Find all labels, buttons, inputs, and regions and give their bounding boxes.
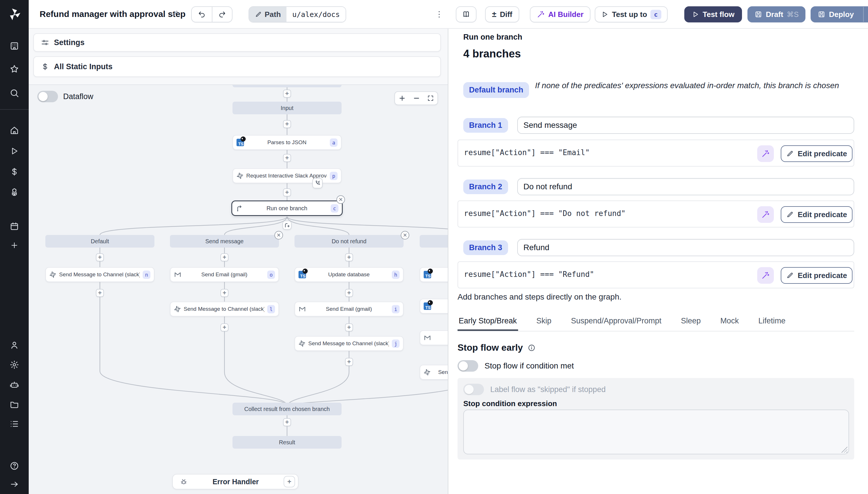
remove-branch-button[interactable]: ✕ (274, 231, 283, 240)
add-step-connector[interactable]: + (345, 358, 353, 366)
edit-title-pencil-icon[interactable] (171, 10, 179, 17)
step-node-parses-to-json[interactable]: TS Parses to JSON a (233, 135, 341, 150)
add-step-connector[interactable]: + (283, 154, 291, 162)
add-step-connector[interactable]: + (220, 323, 229, 331)
label-skipped-toggle[interactable] (463, 384, 484, 395)
stop-condition-expression-textarea[interactable] (463, 410, 849, 454)
sidebar-home-icon[interactable] (0, 121, 29, 140)
branch-3-name-input[interactable] (517, 239, 854, 256)
sidebar-folders-icon[interactable] (0, 395, 29, 414)
zoom-in-button[interactable] (398, 95, 406, 102)
stop-flow-toggle[interactable] (457, 360, 478, 372)
add-step-connector[interactable]: + (220, 253, 229, 261)
tab-sleep[interactable]: Sleep (680, 313, 702, 331)
sidebar-expand-arrow-icon[interactable] (0, 474, 29, 494)
all-static-inputs-row[interactable]: All Static Inputs (33, 56, 441, 77)
deploy-button[interactable]: Deploy (811, 6, 868, 22)
collect-result-node[interactable]: Collect result from chosen branch (233, 403, 341, 415)
sidebar-workers-robot-icon[interactable] (0, 375, 29, 395)
sidebar-help-icon[interactable] (0, 456, 29, 476)
add-step-connector[interactable]: + (96, 289, 104, 297)
add-step-connector[interactable]: + (345, 323, 353, 331)
step-node-clipped-ts-2[interactable]: TS (420, 299, 448, 314)
test-up-to-button[interactable]: Test up to c (595, 6, 668, 22)
step-node-clipped-gmail[interactable] (420, 330, 448, 345)
step-node-send-email[interactable]: Send Email (gmail) o (170, 267, 279, 282)
sidebar-user-icon[interactable] (0, 336, 29, 355)
remove-branch-button[interactable]: ✕ (401, 231, 409, 240)
edit-predicate-button[interactable]: Edit predicate (781, 145, 852, 162)
step-node-clipped-slack[interactable]: Send Message to Channel (slack) (420, 365, 448, 380)
step-node-slack-default[interactable]: Send Message to Channel (slack) n (45, 267, 154, 282)
branch-header-send-message[interactable]: Send message (170, 235, 279, 248)
add-step-connector[interactable]: + (283, 188, 291, 196)
draft-button[interactable]: Draft ⌘S (747, 6, 805, 22)
add-step-connector[interactable]: + (96, 253, 104, 261)
step-node-slack-message[interactable]: Send Message to Channel (slack) l (170, 302, 279, 317)
add-error-handler-button[interactable]: + (283, 476, 295, 488)
error-handler-node[interactable]: Error Handler + (172, 474, 298, 489)
redo-button[interactable] (212, 6, 233, 22)
settings-row[interactable]: Settings (33, 33, 441, 52)
sidebar-workspace-icon[interactable] (0, 36, 29, 56)
test-flow-button[interactable]: Test flow (684, 6, 742, 22)
step-node-slack-approval[interactable]: Request Interactive Slack Approval (... … (233, 168, 341, 183)
flow-title[interactable]: Refund manager with approval step (40, 9, 185, 19)
add-step-connector[interactable]: + (220, 289, 229, 297)
edit-predicate-button[interactable]: Edit predicate (781, 206, 852, 223)
sidebar-resources-cubes-icon[interactable] (0, 183, 29, 202)
step-node-clipped-ts[interactable]: TS (420, 267, 448, 282)
panel-title: Run one branch (463, 33, 522, 42)
suspend-phone-icon[interactable] (312, 178, 323, 188)
step-node-update-database[interactable]: TS Update database h (295, 267, 403, 282)
step-node-slack-message-2[interactable]: Send Message to Channel (slack) j (295, 336, 403, 351)
clipped-top-node[interactable] (233, 84, 341, 87)
path-button[interactable]: Path (249, 7, 287, 22)
branch-2-name-input[interactable] (517, 178, 854, 195)
add-step-connector[interactable]: + (283, 90, 291, 98)
tab-suspend-approval-prompt[interactable]: Suspend/Approval/Prompt (570, 313, 663, 331)
branch-header-do-not-refund[interactable]: Do not refund (295, 235, 403, 248)
undo-button[interactable] (191, 6, 212, 22)
tab-mock[interactable]: Mock (719, 313, 740, 331)
result-node[interactable]: Result (233, 436, 341, 449)
dataflow-toggle[interactable] (37, 91, 58, 102)
branch-1-name-input[interactable] (517, 117, 854, 134)
edit-predicate-button[interactable]: Edit predicate (781, 267, 852, 284)
more-menu-button[interactable] (433, 8, 445, 21)
fullscreen-button[interactable] (427, 95, 434, 102)
ai-predicate-wand-button[interactable] (757, 206, 774, 223)
add-step-connector[interactable]: + (283, 120, 291, 128)
sidebar-variables-dollar-icon[interactable] (0, 162, 29, 182)
ai-builder-button[interactable]: AI Builder (530, 6, 590, 22)
docs-book-button[interactable] (456, 6, 476, 22)
sidebar-favorites-star-icon[interactable] (0, 59, 29, 79)
ai-predicate-wand-button[interactable] (757, 145, 774, 162)
path-value[interactable]: u/alex/docs (287, 7, 346, 22)
add-step-connector[interactable]: + (345, 289, 353, 297)
step-node-run-one-branch-selected[interactable]: Run one branch c (231, 201, 343, 216)
sidebar-audit-list-icon[interactable] (0, 414, 29, 434)
sidebar-search-icon[interactable] (0, 83, 29, 103)
remove-step-button[interactable]: ✕ (336, 195, 345, 204)
tab-lifetime[interactable]: Lifetime (757, 313, 787, 331)
sidebar-add-plus-icon[interactable] (0, 235, 29, 255)
sidebar-settings-gear-icon[interactable] (0, 355, 29, 375)
diff-button[interactable]: ±Diff (485, 6, 519, 22)
add-step-connector[interactable]: + (345, 253, 353, 261)
step-node-send-email-2[interactable]: Send Email (gmail) i (295, 302, 403, 317)
sidebar-schedules-calendar-icon[interactable] (0, 216, 29, 236)
zoom-out-button[interactable] (413, 95, 420, 102)
add-step-connector[interactable]: + (283, 418, 291, 426)
windmill-logo[interactable] (0, 3, 29, 25)
tab-early-stop-break[interactable]: Early Stop/Break (457, 313, 518, 331)
tab-skip[interactable]: Skip (535, 313, 553, 331)
input-node[interactable]: Input (233, 102, 341, 114)
branch-header-clipped[interactable] (420, 235, 448, 248)
branch-header-default[interactable]: Default (45, 235, 154, 248)
sidebar-runs-play-icon[interactable] (0, 141, 29, 161)
ai-predicate-wand-button[interactable] (757, 267, 774, 284)
add-branch-button[interactable] (282, 221, 292, 230)
info-icon[interactable] (528, 344, 536, 352)
flow-graph-canvas[interactable]: Dataflow + Input + TS Parses to JSON a +… (29, 84, 448, 494)
